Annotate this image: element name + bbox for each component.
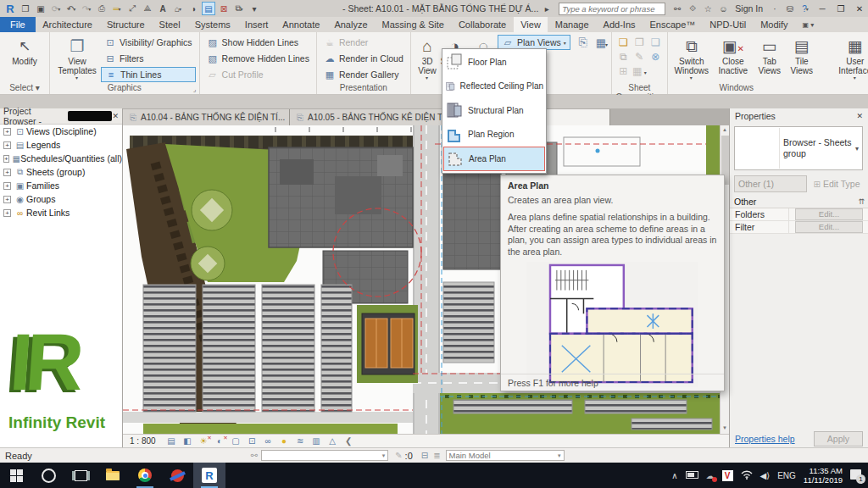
property-row-folders[interactable]: Folders Edit... — [730, 208, 868, 221]
visibility-graphics-button[interactable]: ⊡Visibility/ Graphics — [101, 35, 196, 50]
property-row-filter[interactable]: Filter Edit... — [730, 221, 868, 234]
thin-lines-toggle-icon[interactable]: ▤ — [202, 2, 215, 15]
chrome-button[interactable] — [129, 463, 161, 488]
revit-taskbar-button[interactable]: R — [193, 463, 225, 488]
volume-icon[interactable]: ◀⟩ — [760, 471, 771, 480]
aligned-dimension-icon[interactable]: ⤢ — [125, 2, 139, 15]
ribbon-tab-file[interactable]: File — [0, 17, 36, 32]
revit-logo-icon[interactable]: R — [3, 2, 17, 15]
reveal-hidden-elements-icon[interactable]: ● — [279, 436, 290, 446]
schedules-icon[interactable]: ▦▾ — [596, 36, 608, 49]
guide-grid-icon[interactable]: ⊗ — [651, 51, 659, 63]
select-panel-label[interactable]: Select ▾ — [0, 83, 49, 94]
3d-view-button[interactable]: ⌂ 3D View▾ — [415, 35, 441, 81]
close-properties-icon[interactable]: ✕ — [856, 112, 863, 120]
modify-button[interactable]: ↖ Modify — [3, 35, 46, 66]
graphics-dialog-launcher-icon[interactable]: ⌟ — [193, 86, 197, 93]
notification-center-icon[interactable]: 1 — [850, 469, 861, 481]
menu-item-reflected-ceiling-plan[interactable]: Reflected Ceiling Plan — [443, 75, 545, 99]
show-hidden-lines-button[interactable]: ▨Show Hidden Lines — [203, 35, 313, 50]
design-options-icon[interactable]: ⊟ — [421, 451, 428, 460]
tray-expand-icon[interactable]: ∧ — [671, 471, 677, 480]
new-sheet-icon[interactable]: ❏ — [619, 36, 628, 48]
scroll-up-icon[interactable]: ▲ — [722, 127, 727, 132]
close-button[interactable]: ✕ — [851, 4, 868, 14]
customize-qat-icon[interactable]: ▾ — [248, 2, 261, 15]
browser-item-schedules[interactable]: +▦Schedules/Quantities (all) — [0, 152, 122, 165]
avatar-icon[interactable]: ☺ — [716, 2, 730, 15]
switch-windows-icon[interactable]: ⧉▾ — [232, 2, 246, 15]
minimize-button[interactable]: ─ — [814, 4, 831, 14]
onedrive-icon[interactable]: ☁ — [706, 471, 715, 480]
drafting-view-icon[interactable]: ⎘ — [577, 36, 589, 49]
tile-views-button[interactable]: ▤ Tile Views — [787, 35, 817, 75]
close-browser-icon[interactable]: ✕ — [112, 112, 119, 120]
default-3d-view-icon[interactable]: ⌂▾ — [171, 2, 185, 15]
undo-icon[interactable]: ↶▾ — [64, 2, 78, 15]
ribbon-tab-manage[interactable]: Manage — [548, 17, 596, 32]
ribbon-tab-analyze[interactable]: Analyze — [327, 17, 375, 32]
graphics-panel-label[interactable]: Graphics ⌟ — [50, 83, 199, 94]
browser-item-revit-links[interactable]: +∞Revit Links — [0, 206, 122, 219]
ribbon-tab-add-ins[interactable]: Add-Ins — [596, 17, 643, 32]
thin-lines-button[interactable]: ≡Thin Lines — [101, 67, 196, 82]
view-scale[interactable]: 1 : 800 — [130, 436, 156, 446]
render-gallery-button[interactable]: ▦Render Gallery — [320, 67, 407, 82]
ribbon-tab-steel[interactable]: Steel — [152, 17, 187, 32]
start-button[interactable] — [0, 463, 32, 488]
sync-with-central-icon[interactable]: ⟳▾ — [49, 2, 63, 15]
close-hidden-windows-icon[interactable]: ⊠ — [217, 2, 231, 15]
expand-icon[interactable]: + — [3, 141, 11, 149]
browser-item-legends[interactable]: +▤Legends — [0, 138, 122, 152]
remove-hidden-lines-button[interactable]: ▧Remove Hidden Lines — [203, 51, 313, 66]
crop-view-icon[interactable]: ▢ — [231, 436, 242, 446]
search-binoculars-icon[interactable]: ⚯ — [670, 2, 684, 15]
measure-icon[interactable]: ═▾ — [110, 2, 124, 15]
temporary-view-properties-icon[interactable]: ▥ — [311, 436, 322, 446]
clock[interactable]: 11:35 AM 11/11/2019 — [804, 466, 843, 485]
text-icon[interactable]: A — [156, 2, 170, 15]
communication-center-icon[interactable]: ⟐ — [686, 2, 699, 15]
browser-item-families[interactable]: +▣Families — [0, 179, 122, 192]
close-inactive-button[interactable]: ▣✕ Close Inactive — [714, 35, 753, 75]
filters-button[interactable]: ⊟Filters — [101, 51, 196, 66]
type-selector[interactable]: Browser - Sheets group ▾ — [734, 126, 863, 170]
design-options-combo[interactable]: Main Model ▾ — [446, 450, 565, 461]
collapse-section-icon[interactable]: ⇈ — [858, 197, 865, 206]
menu-item-floor-plan[interactable]: Floor Plan — [443, 50, 545, 75]
shadows-icon[interactable]: ◐ — [214, 436, 225, 446]
properties-filter-combo[interactable]: Other (1) — [734, 175, 807, 192]
battery-icon[interactable] — [686, 471, 698, 480]
properties-section-other[interactable]: Other ⇈ — [730, 195, 868, 208]
language-indicator[interactable]: ENG — [777, 471, 796, 480]
switch-windows-button[interactable]: ⧉ Switch Windows▾ — [671, 35, 712, 81]
browser-item-groups[interactable]: +◉Groups — [0, 192, 122, 206]
expand-icon[interactable]: + — [3, 196, 11, 203]
project-browser-title-bar[interactable]: Project Browser - ✕ — [0, 108, 122, 125]
print-icon[interactable]: ⎙ — [95, 2, 108, 15]
title-arrow-icon[interactable]: ▸ — [540, 2, 554, 15]
document-tab-2[interactable]: ⎘ A10.05 - BẢNG THỐNG KÊ DIỆN TÍ... — [290, 109, 457, 125]
editable-only-icon[interactable]: ✎ — [395, 451, 402, 460]
expand-icon[interactable]: + — [3, 182, 11, 190]
favorites-star-icon[interactable]: ☆ — [701, 2, 715, 15]
worksharing-display-icon[interactable]: ≋ — [295, 436, 306, 446]
browser-item-sheets[interactable]: +⧉Sheets (group) — [0, 165, 122, 179]
sign-in-caret-icon[interactable]: · — [768, 2, 782, 15]
section-icon[interactable]: ◑ — [186, 2, 200, 15]
help-icon[interactable]: ?▾ — [798, 2, 812, 15]
detail-level-icon[interactable]: ▤ — [166, 436, 177, 446]
ribbon-tab-collaborate[interactable]: Collaborate — [451, 17, 513, 32]
properties-title-bar[interactable]: Properties ✕ — [730, 108, 868, 124]
view-templates-button[interactable]: ❐ View Templates ▾ — [53, 35, 101, 81]
ribbon-tab-structure[interactable]: Structure — [99, 17, 152, 32]
redo-icon[interactable]: ↷▾ — [80, 2, 93, 15]
browser-item-views[interactable]: +⊡Views (Discipline) — [0, 125, 122, 138]
temporary-hide-isolate-icon[interactable]: ∞ — [263, 436, 274, 446]
ribbon-tab-enscape[interactable]: Enscape™ — [643, 17, 703, 32]
ribbon-tab-insert[interactable]: Insert — [237, 17, 275, 32]
tag-icon[interactable]: ⟁ — [141, 2, 154, 15]
ribbon-tab-systems[interactable]: Systems — [187, 17, 237, 32]
worksets-combo[interactable]: ▾ — [261, 450, 388, 461]
wifi-icon[interactable] — [741, 470, 753, 481]
